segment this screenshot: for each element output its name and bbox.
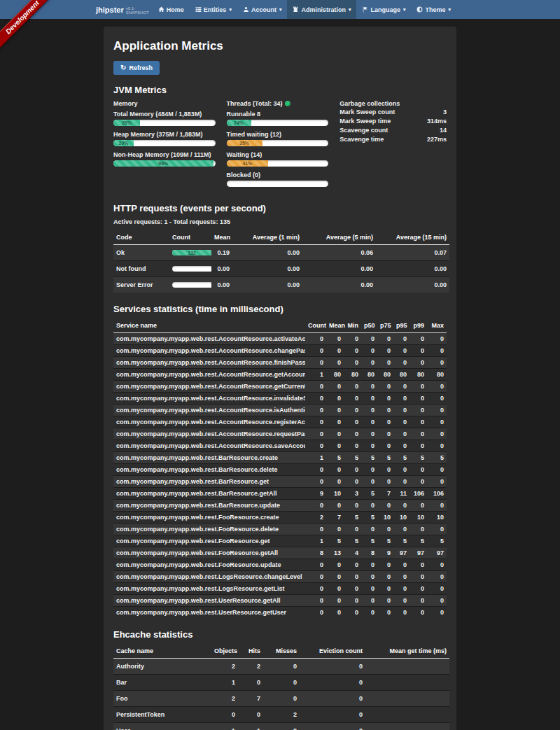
nav-item-account[interactable]: Account ▾: [237, 0, 288, 19]
http-requests-heading: HTTP requests (events per second): [113, 203, 447, 213]
count-bar-cell: [169, 277, 211, 293]
flag-icon: [362, 6, 368, 13]
table-row: com.mycompany.myapp.web.rest.AccountReso…: [113, 428, 447, 440]
chevron-down-icon: ▾: [403, 7, 406, 13]
table-row: Not found 0.00 0.00 0.00 0.00: [113, 261, 449, 277]
threads-title-text: Threads (Total: 34): [227, 100, 283, 107]
table-row: com.mycompany.myapp.web.rest.AccountReso…: [113, 369, 447, 381]
gc-value: 3: [443, 108, 447, 117]
chevron-down-icon: ▾: [349, 7, 351, 13]
col-header: Min: [344, 319, 361, 333]
list-icon: [195, 6, 202, 13]
nav-label: Home: [167, 6, 184, 13]
table-row: com.mycompany.myapp.web.rest.BarResource…: [113, 452, 447, 464]
chevron-down-icon: ▾: [229, 7, 232, 13]
table-row: com.mycompany.myapp.web.rest.AccountReso…: [113, 405, 447, 416]
col-header: Average (15 min): [376, 231, 449, 245]
user-icon: [243, 6, 249, 13]
col-header: Objects: [211, 645, 238, 659]
col-header: Eviction count: [300, 645, 365, 659]
table-row: com.mycompany.myapp.web.rest.AccountReso…: [113, 393, 447, 405]
table-row: Bar1000: [113, 675, 449, 691]
brand-version: v0.1-SNAPSHOT: [126, 6, 153, 15]
table-header-row: Service name Count Mean Min p50 p75 p95 …: [113, 319, 447, 333]
table-row: Foo2700: [113, 691, 449, 707]
table-row: com.mycompany.myapp.web.rest.BarResource…: [113, 464, 447, 476]
nav-label: Theme: [425, 6, 445, 13]
threads-status-icon[interactable]: [285, 101, 290, 106]
gc-row: Scavenge count14: [340, 126, 447, 135]
table-row: com.mycompany.myapp.web.rest.FooResource…: [113, 524, 447, 535]
code-cell: Not found: [113, 261, 169, 277]
nav-item-theme[interactable]: Theme ▾: [411, 0, 456, 19]
progress-fill: 41%: [227, 160, 269, 167]
table-row: com.mycompany.myapp.web.rest.AccountReso…: [113, 440, 447, 452]
col-header: Average (5 min): [302, 231, 376, 245]
col-header: Code: [113, 231, 169, 245]
heap-memory-label: Heap Memory (375M / 1,883M): [113, 131, 216, 138]
gc-row: Mark Sweep count3: [340, 108, 447, 117]
col-header: Count: [305, 319, 326, 333]
progress-fill: 98%: [113, 160, 214, 167]
ehcache-statistics-heading: Ehcache statistics: [113, 629, 447, 640]
runnable-label: Runnable 8: [227, 111, 329, 118]
chevron-down-icon: ▾: [448, 7, 451, 13]
progress-fill: 132: [172, 250, 211, 255]
nav-menu: Home Entities ▾ Account ▾ Administration…: [153, 0, 456, 19]
nav-label: Administration: [301, 6, 346, 13]
table-header-row: Cache name Objects Hits Misses Eviction …: [113, 645, 449, 659]
nonheap-memory-label: Non-Heap Memory (109M / 111M): [113, 151, 216, 158]
col-header: Service name: [113, 319, 305, 333]
refresh-button[interactable]: ↻ Refresh: [113, 61, 160, 75]
brand[interactable]: jhipster v0.1-SNAPSHOT: [96, 0, 153, 19]
table-row: com.mycompany.myapp.web.rest.LogsResourc…: [113, 583, 447, 595]
services-statistics-heading: Services statistics (time in millisecond…: [113, 304, 447, 314]
table-row: com.mycompany.myapp.web.rest.UserResourc…: [113, 595, 447, 607]
blocked-progress: [227, 181, 329, 187]
col-header: Count: [169, 231, 211, 245]
total-memory-progress: 26%: [113, 120, 216, 126]
col-header: Misses: [263, 645, 300, 659]
nav-item-entities[interactable]: Entities ▾: [190, 0, 237, 19]
total-memory-label: Total Memory (484M / 1,883M): [113, 111, 216, 118]
table-row: com.mycompany.myapp.web.rest.AccountReso…: [113, 381, 447, 393]
table-row: Ok 132 0.19 0.00 0.06 0.07: [113, 245, 449, 261]
table-row: com.mycompany.myapp.web.rest.FooResource…: [113, 512, 447, 524]
nav-label: Language: [370, 6, 400, 13]
gc-label: Scavenge count: [340, 126, 388, 135]
table-row: com.mycompany.myapp.web.rest.FooResource…: [113, 547, 447, 559]
runnable-progress: 24%: [227, 120, 329, 126]
gc-row: Scavenge time227ms: [340, 135, 447, 144]
waiting-label: Waiting (14): [227, 151, 329, 158]
nav-item-home[interactable]: Home: [153, 0, 190, 19]
gc-value: 14: [440, 126, 447, 135]
nav-item-administration[interactable]: Administration ▾: [287, 0, 356, 19]
gc-label: Mark Sweep count: [340, 108, 395, 117]
http-summary: Active requests: 1 - Total requests: 135: [113, 218, 447, 225]
page-title: Application Metrics: [113, 39, 447, 53]
blocked-label: Blocked (0): [227, 171, 329, 178]
col-header: p95: [393, 319, 410, 333]
jvm-metrics-grid: Memory Total Memory (484M / 1,883M) 26% …: [113, 100, 447, 192]
table-row: Server Error 0.00 0.00 0.00 0.00: [113, 277, 449, 293]
gc-row: Mark Sweep time314ms: [340, 117, 447, 126]
gc-value: 314ms: [427, 117, 447, 126]
table-row: com.mycompany.myapp.web.rest.BarResource…: [113, 488, 447, 500]
code-cell: Server Error: [113, 277, 169, 293]
table-row: User1100: [113, 723, 449, 730]
col-header: Mean get time (ms): [365, 645, 449, 659]
services-statistics-table: Service name Count Mean Min p50 p75 p95 …: [113, 319, 447, 618]
table-row: com.mycompany.myapp.web.rest.AccountReso…: [113, 416, 447, 428]
nav-item-language[interactable]: Language ▾: [356, 0, 411, 19]
count-bar-cell: 132: [169, 245, 211, 261]
navbar: jhipster v0.1-SNAPSHOT Home Entities ▾ A…: [0, 0, 560, 19]
waiting-progress: 41%: [227, 160, 329, 167]
table-header-row: Code Count Mean Average (1 min) Average …: [113, 231, 449, 245]
col-header: Max: [427, 319, 447, 333]
threads-column: Threads (Total: 34) Runnable 8 24% Timed…: [227, 100, 329, 192]
table-row: com.mycompany.myapp.web.rest.LogsResourc…: [113, 571, 447, 583]
table-row: com.mycompany.myapp.web.rest.AccountReso…: [113, 345, 447, 357]
col-header: Average (1 min): [232, 231, 302, 245]
gc-title: Garbage collections: [340, 100, 447, 107]
threads-title: Threads (Total: 34): [227, 100, 329, 107]
